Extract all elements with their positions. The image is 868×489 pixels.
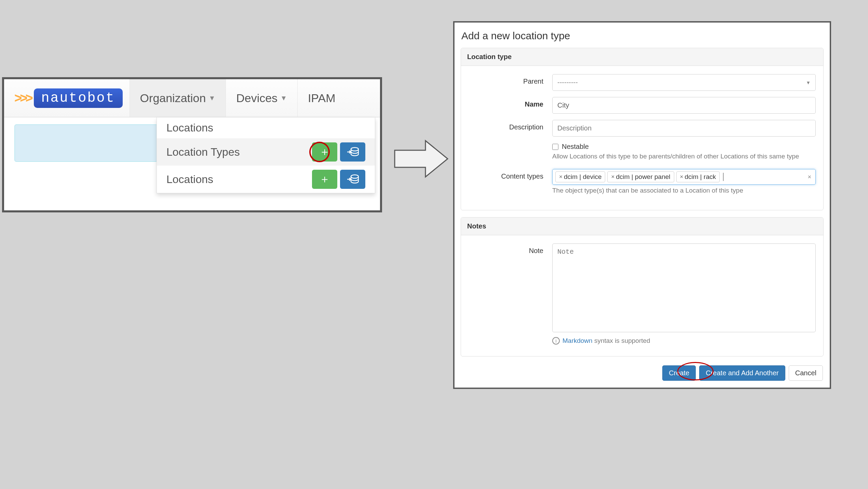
content-types-select[interactable]: × dcim | device × dcim | power panel × d… [552, 169, 816, 185]
parent-select[interactable]: --------- ▼ [552, 74, 816, 91]
info-alert [14, 124, 158, 162]
nav-ipam[interactable]: IPAM [297, 79, 346, 117]
cancel-button[interactable]: Cancel [789, 365, 823, 381]
nav-organization-label: Organization [140, 92, 206, 105]
nestable-help: Allow Locations of this type to be paren… [552, 153, 816, 160]
label-parent: Parent [469, 74, 552, 85]
form-actions: Create Create and Add Another Cancel [461, 363, 824, 381]
brand[interactable]: >>> nautobot [4, 79, 130, 117]
description-input[interactable] [552, 120, 816, 137]
content-types-help: The object type(s) that can be associate… [552, 187, 816, 194]
parent-select-value: --------- [557, 79, 578, 86]
database-import-icon [347, 147, 359, 157]
page-title: Add a new location type [461, 29, 824, 48]
import-location-type-button[interactable] [340, 142, 365, 162]
panel-location-type: Location type Parent --------- ▼ Name De [461, 48, 824, 210]
nav-devices-label: Devices [236, 92, 277, 105]
flow-arrow-icon [393, 137, 451, 181]
dropdown-label: Locations [166, 173, 213, 186]
navbar: >>> nautobot Organization ▼ Devices ▼ IP… [4, 79, 380, 117]
dropdown-label: Locations [166, 122, 213, 134]
nestable-checkbox[interactable] [552, 144, 558, 150]
panel-heading-notes: Notes [461, 218, 823, 235]
nav-screenshot-panel: >>> nautobot Organization ▼ Devices ▼ IP… [2, 77, 382, 212]
tag-label: dcim | device [564, 173, 602, 181]
content-type-tag[interactable]: × dcim | device [555, 171, 605, 182]
markdown-link[interactable]: Markdown [562, 337, 593, 344]
panel-heading-location-type: Location type [461, 48, 823, 66]
database-import-icon [347, 174, 359, 184]
dropdown-label: Location Types [166, 146, 240, 158]
info-icon: i [552, 337, 560, 345]
panel-notes: Notes Note i Markdown syntax is supporte… [461, 217, 824, 357]
dropdown-item-locations-header: Locations [157, 117, 375, 138]
nav-ipam-label: IPAM [308, 92, 336, 105]
brand-name: nautobot [34, 88, 123, 108]
label-content-types: Content types [469, 169, 552, 180]
content-type-tag[interactable]: × dcim | rack [676, 171, 720, 182]
tag-label: dcim | power panel [616, 173, 670, 181]
name-input[interactable] [552, 97, 816, 114]
label-name: Name [469, 97, 552, 108]
tag-label: dcim | rack [684, 173, 716, 181]
nav-devices[interactable]: Devices ▼ [226, 79, 297, 117]
remove-tag-icon[interactable]: × [611, 173, 614, 180]
nestable-label: Nestable [562, 143, 589, 151]
organization-dropdown: Locations Location Types ＋ Locatio [157, 117, 375, 193]
plus-icon: ＋ [319, 144, 330, 159]
dropdown-actions: ＋ [312, 142, 365, 162]
content-type-tag[interactable]: × dcim | power panel [607, 171, 674, 182]
caret-down-icon: ▼ [208, 94, 215, 102]
dropdown-item-location-types[interactable]: Location Types ＋ [157, 138, 375, 166]
create-button[interactable]: Create [662, 365, 696, 381]
text-cursor-icon [723, 173, 723, 181]
create-and-add-another-button[interactable]: Create and Add Another [699, 365, 785, 381]
form-panel: Add a new location type Location type Pa… [453, 21, 831, 389]
plus-icon: ＋ [319, 172, 330, 187]
dropdown-item-locations[interactable]: Locations ＋ [157, 166, 375, 193]
caret-down-icon: ▼ [806, 80, 811, 85]
label-description: Description [469, 120, 552, 131]
add-location-type-button[interactable]: ＋ [312, 142, 337, 162]
dropdown-actions: ＋ [312, 170, 365, 189]
svg-point-1 [351, 175, 358, 178]
brand-chevrons-icon: >>> [14, 91, 31, 106]
clear-all-tags-icon[interactable]: × [808, 173, 811, 181]
note-textarea[interactable] [552, 243, 816, 332]
caret-down-icon: ▼ [280, 94, 287, 102]
markdown-suffix: syntax is supported [593, 337, 650, 344]
svg-point-0 [351, 148, 358, 151]
remove-tag-icon[interactable]: × [680, 173, 683, 180]
add-location-button[interactable]: ＋ [312, 170, 337, 189]
remove-tag-icon[interactable]: × [559, 173, 562, 180]
nav-organization[interactable]: Organization ▼ [130, 79, 226, 117]
label-note: Note [469, 243, 552, 255]
nestable-checkbox-row[interactable]: Nestable [552, 143, 816, 151]
markdown-hint: i Markdown syntax is supported [552, 337, 816, 345]
import-location-button[interactable] [340, 170, 365, 189]
